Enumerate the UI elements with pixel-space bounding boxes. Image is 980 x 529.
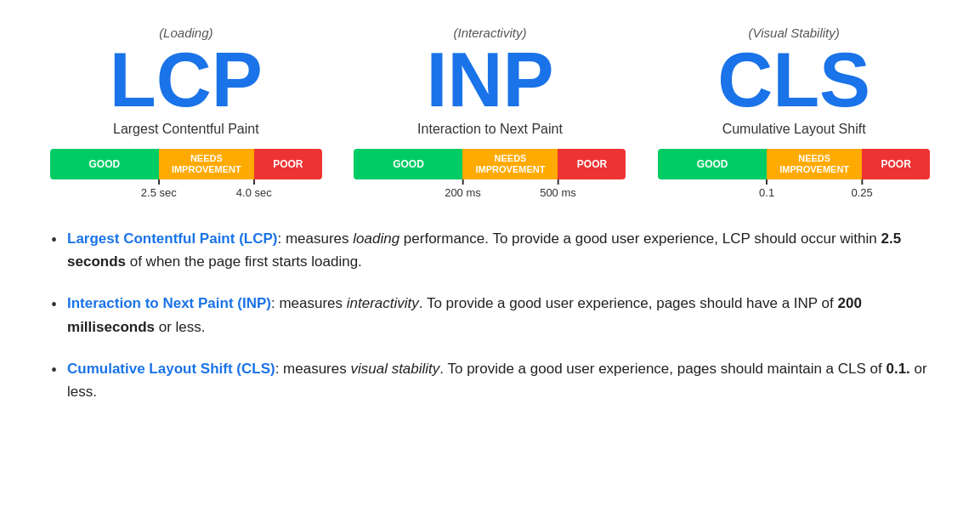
- lcp-acronym: LCP: [110, 42, 263, 118]
- lcp-text3: of when the page first starts loading.: [126, 253, 362, 270]
- cls-poor: POOR: [862, 149, 930, 179]
- inp-markers: 200 ms 500 ms: [354, 179, 626, 202]
- bullet-cls: • Cumulative Layout Shift (CLS): measure…: [51, 357, 929, 403]
- metric-cls: (Visual Stability) CLS Cumulative Layout…: [658, 26, 930, 202]
- cls-tick-2: [861, 179, 863, 185]
- inp-text3: or less.: [155, 319, 206, 335]
- bullet-dot-lcp: •: [51, 227, 57, 253]
- cls-markers: 0.1 0.25: [658, 179, 930, 202]
- metric-lcp: (Loading) LCP Largest Contentful Paint G…: [50, 26, 322, 202]
- cls-fullname: Cumulative Layout Shift: [722, 122, 866, 137]
- cls-needs: NEEDSIMPROVEMENT: [767, 149, 862, 179]
- metrics-row: (Loading) LCP Largest Contentful Paint G…: [34, 26, 946, 202]
- inp-marker-1: 200 ms: [445, 179, 481, 199]
- inp-gauge-bar: GOOD NEEDSIMPROVEMENT POOR: [354, 149, 626, 179]
- bullet-dot-cls: •: [51, 357, 57, 383]
- bullet-text-cls: Cumulative Layout Shift (CLS): measures …: [67, 357, 929, 403]
- lcp-tick-2: [253, 179, 255, 185]
- cls-bold: 0.1.: [886, 361, 909, 377]
- inp-val-2: 500 ms: [540, 186, 576, 199]
- inp-fullname: Interaction to Next Paint: [417, 122, 563, 137]
- lcp-marker-2: 4.0 sec: [236, 179, 272, 199]
- lcp-highlight: Largest Contentful Paint (LCP): [67, 230, 277, 247]
- inp-val-1: 200 ms: [445, 186, 481, 199]
- bullet-dot-inp: •: [51, 292, 57, 317]
- inp-text2: . To provide a good user experience, pag…: [419, 295, 838, 311]
- bullet-lcp: • Largest Contentful Paint (LCP): measur…: [51, 227, 929, 273]
- cls-italic: visual stability: [350, 361, 439, 377]
- lcp-text2: performance. To provide a good user expe…: [399, 230, 881, 247]
- cls-gauge: GOOD NEEDSIMPROVEMENT POOR 0.1 0.25: [658, 149, 930, 202]
- inp-needs: NEEDSIMPROVEMENT: [462, 149, 558, 179]
- lcp-italic: loading: [353, 230, 399, 247]
- lcp-tick-1: [158, 179, 160, 185]
- lcp-good: GOOD: [50, 149, 159, 179]
- lcp-poor: POOR: [254, 149, 322, 179]
- inp-acronym: INP: [426, 42, 553, 118]
- cls-tick-1: [766, 179, 768, 185]
- cls-val-1: 0.1: [759, 186, 774, 199]
- cls-val-2: 0.25: [851, 186, 872, 199]
- inp-highlight: Interaction to Next Paint (INP): [67, 295, 271, 311]
- metric-inp: (Interactivity) INP Interaction to Next …: [354, 26, 626, 202]
- lcp-gauge: GOOD NEEDSIMPROVEMENT POOR 2.5 sec 4.0 s…: [50, 149, 322, 202]
- cls-text1: : measures: [275, 361, 351, 377]
- cls-gauge-bar: GOOD NEEDSIMPROVEMENT POOR: [658, 149, 930, 179]
- lcp-text1: : measures: [277, 230, 353, 247]
- lcp-gauge-bar: GOOD NEEDSIMPROVEMENT POOR: [50, 149, 322, 179]
- inp-poor: POOR: [558, 149, 626, 179]
- bullet-inp: • Interaction to Next Paint (INP): measu…: [51, 292, 929, 338]
- inp-tick-2: [557, 179, 558, 185]
- cls-text2: . To provide a good user experience, pag…: [439, 361, 886, 377]
- lcp-val-2: 4.0 sec: [236, 186, 272, 199]
- cls-marker-1: 0.1: [759, 179, 774, 199]
- bullet-text-inp: Interaction to Next Paint (INP): measure…: [67, 292, 929, 338]
- inp-good: GOOD: [354, 149, 462, 179]
- lcp-needs: NEEDSIMPROVEMENT: [159, 149, 254, 179]
- cls-good: GOOD: [658, 149, 767, 179]
- lcp-val-1: 2.5 sec: [141, 186, 177, 199]
- inp-text1: : measures: [271, 295, 347, 311]
- inp-italic: interactivity: [347, 295, 419, 311]
- lcp-fullname: Largest Contentful Paint: [113, 122, 259, 137]
- inp-gauge: GOOD NEEDSIMPROVEMENT POOR 200 ms 500 ms: [354, 149, 626, 202]
- inp-tick-1: [462, 179, 463, 185]
- cls-highlight: Cumulative Layout Shift (CLS): [67, 361, 275, 377]
- cls-acronym: CLS: [717, 42, 870, 118]
- cls-marker-2: 0.25: [851, 179, 872, 199]
- bullet-text-lcp: Largest Contentful Paint (LCP): measures…: [67, 227, 929, 273]
- lcp-markers: 2.5 sec 4.0 sec: [50, 179, 322, 202]
- lcp-marker-1: 2.5 sec: [141, 179, 177, 199]
- bullets-section: • Largest Contentful Paint (LCP): measur…: [34, 227, 946, 403]
- inp-marker-2: 500 ms: [540, 179, 576, 199]
